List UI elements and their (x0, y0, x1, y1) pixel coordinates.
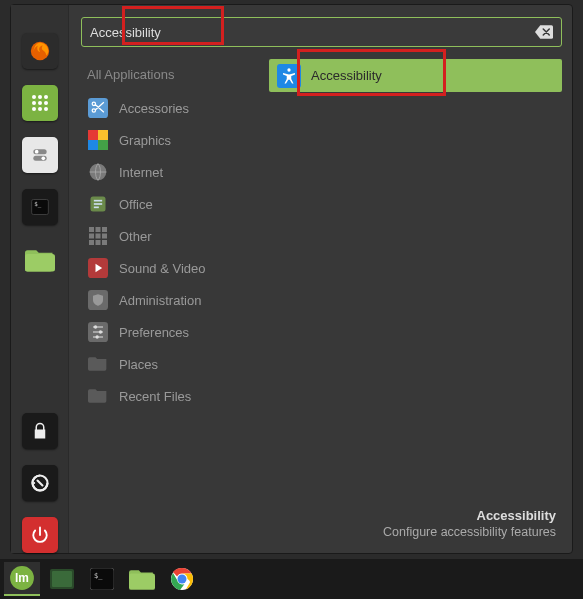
category-preferences[interactable]: Preferences (81, 317, 259, 347)
svg-point-8 (38, 107, 42, 111)
svg-rect-35 (96, 240, 101, 245)
category-label: Internet (119, 165, 163, 180)
svg-rect-29 (96, 227, 101, 232)
search-input[interactable] (90, 25, 535, 40)
grid-icon (87, 225, 109, 247)
clear-search-icon[interactable] (535, 25, 553, 39)
desktop-icon (50, 569, 74, 589)
category-label: Other (119, 229, 152, 244)
svg-text:lm: lm (15, 571, 29, 585)
category-label: Accessories (119, 101, 189, 116)
sliders-icon (87, 321, 109, 343)
category-label: Administration (119, 293, 201, 308)
footer-subtitle: Configure accessibility features (87, 524, 556, 541)
svg-rect-34 (89, 240, 94, 245)
category-sound-video[interactable]: Sound & Video (81, 253, 259, 283)
play-icon (87, 257, 109, 279)
category-label: Graphics (119, 133, 171, 148)
favorite-apps[interactable] (22, 85, 58, 121)
svg-point-3 (44, 95, 48, 99)
taskbar: lm $_ (0, 559, 583, 599)
logout-icon (30, 473, 50, 493)
svg-point-6 (44, 101, 48, 105)
start-menu: $_ (10, 4, 573, 554)
taskbar-chrome[interactable] (164, 562, 200, 596)
category-office[interactable]: Office (81, 189, 259, 219)
terminal-icon: $_ (30, 197, 50, 217)
folder-icon (25, 246, 55, 272)
category-accessories[interactable]: Accessories (81, 93, 259, 123)
svg-rect-19 (88, 130, 98, 140)
favorite-settings[interactable] (22, 137, 58, 173)
category-label: Recent Files (119, 389, 191, 404)
globe-icon (87, 161, 109, 183)
svg-rect-36 (102, 240, 107, 245)
svg-point-2 (38, 95, 42, 99)
svg-text:$_: $_ (94, 572, 103, 580)
category-administration[interactable]: Administration (81, 285, 259, 315)
svg-rect-31 (89, 234, 94, 239)
favorite-terminal[interactable]: $_ (22, 189, 58, 225)
power-button[interactable] (22, 517, 58, 553)
category-places[interactable]: Places (81, 349, 259, 379)
svg-point-11 (34, 150, 38, 154)
firefox-icon (29, 40, 51, 62)
results-list: Accessibility (269, 59, 562, 501)
terminal-icon: $_ (90, 568, 114, 590)
category-all-label: All Applications (87, 67, 174, 82)
svg-point-41 (99, 330, 102, 333)
lock-button[interactable] (22, 413, 58, 449)
taskbar-show-desktop[interactable] (44, 562, 80, 596)
svg-rect-50 (129, 574, 155, 590)
palette-icon (87, 129, 109, 151)
svg-rect-26 (94, 203, 102, 205)
category-recent[interactable]: Recent Files (81, 381, 259, 411)
favorite-files[interactable] (22, 241, 58, 277)
category-graphics[interactable]: Graphics (81, 125, 259, 155)
svg-rect-22 (98, 140, 108, 150)
logout-button[interactable] (22, 465, 58, 501)
svg-point-42 (96, 335, 99, 338)
document-icon (87, 193, 109, 215)
taskbar-files[interactable] (124, 562, 160, 596)
favorite-firefox[interactable] (22, 33, 58, 69)
category-list: All Applications Accessories Graphics In… (81, 59, 259, 501)
svg-rect-30 (102, 227, 107, 232)
folder-icon (87, 353, 109, 375)
category-label: Preferences (119, 325, 189, 340)
lock-icon (31, 422, 49, 440)
svg-rect-20 (98, 130, 108, 140)
svg-point-5 (38, 101, 42, 105)
taskbar-mint-menu[interactable]: lm (4, 562, 40, 596)
svg-rect-27 (94, 207, 99, 209)
search-field[interactable] (81, 17, 562, 47)
accessibility-icon (277, 64, 301, 88)
power-icon (31, 526, 49, 544)
apps-grid-icon (31, 94, 49, 112)
category-label: Sound & Video (119, 261, 206, 276)
folder-icon (87, 385, 109, 407)
svg-rect-33 (102, 234, 107, 239)
footer-title: Accessibility (87, 507, 556, 525)
scissors-icon (87, 97, 109, 119)
favorites-column: $_ (11, 5, 69, 553)
svg-rect-25 (94, 200, 102, 202)
taskbar-terminal[interactable]: $_ (84, 562, 120, 596)
svg-text:$_: $_ (34, 201, 42, 208)
category-other[interactable]: Other (81, 221, 259, 251)
svg-rect-47 (52, 571, 72, 587)
svg-point-7 (32, 107, 36, 111)
category-all[interactable]: All Applications (81, 59, 259, 89)
svg-point-9 (44, 107, 48, 111)
svg-point-4 (32, 101, 36, 105)
svg-rect-32 (96, 234, 101, 239)
mint-logo-icon: lm (9, 565, 35, 591)
chrome-icon (170, 567, 194, 591)
folder-icon (129, 568, 155, 590)
toggle-icon (30, 145, 50, 165)
shield-icon (87, 289, 109, 311)
svg-rect-16 (25, 254, 55, 272)
category-label: Places (119, 357, 158, 372)
result-accessibility[interactable]: Accessibility (269, 59, 562, 92)
category-internet[interactable]: Internet (81, 157, 259, 187)
